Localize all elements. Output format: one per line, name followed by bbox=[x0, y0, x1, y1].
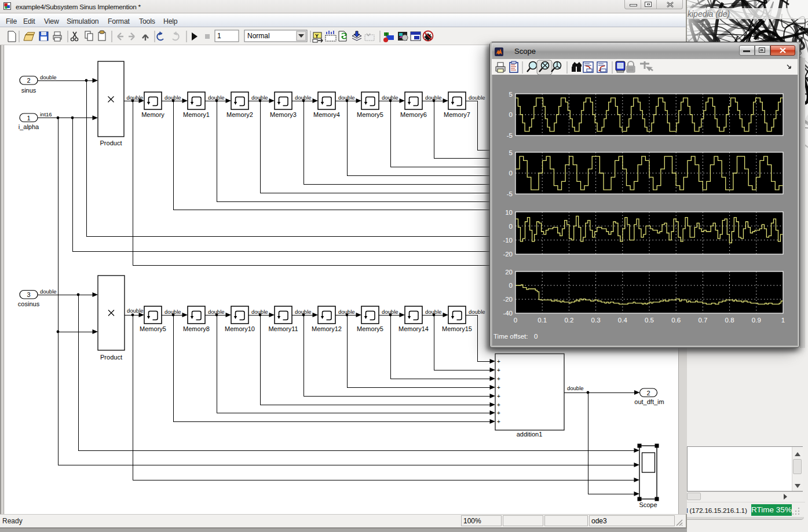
svg-text:double: double bbox=[382, 94, 398, 101]
svg-text:-5: -5 bbox=[507, 132, 513, 139]
svg-text:10: 10 bbox=[505, 209, 513, 216]
svg-text:Normal: Normal bbox=[247, 32, 270, 40]
svg-text:-20: -20 bbox=[503, 251, 513, 258]
svg-text:0: 0 bbox=[509, 111, 513, 118]
svg-text:double: double bbox=[40, 74, 57, 80]
svg-text:Memory14: Memory14 bbox=[398, 325, 429, 332]
svg-text:double: double bbox=[338, 94, 355, 101]
svg-text:Y: Y bbox=[315, 33, 319, 39]
svg-text:20: 20 bbox=[505, 269, 513, 276]
svg-text:double: double bbox=[295, 94, 312, 101]
svg-text:1: 1 bbox=[781, 317, 785, 324]
svg-text:0.6: 0.6 bbox=[671, 317, 681, 324]
svg-text:Memory10: Memory10 bbox=[225, 325, 255, 332]
svg-text:Product: Product bbox=[100, 354, 122, 361]
svg-text:Memory1: Memory1 bbox=[183, 111, 210, 118]
svg-text:double: double bbox=[164, 309, 181, 315]
svg-text:1: 1 bbox=[27, 115, 30, 122]
svg-text:+: + bbox=[497, 402, 500, 408]
svg-text:2: 2 bbox=[646, 390, 650, 397]
svg-text:0.4: 0.4 bbox=[618, 317, 628, 324]
svg-text:Memory15: Memory15 bbox=[442, 325, 472, 332]
svg-text:-10: -10 bbox=[503, 237, 513, 244]
svg-text:+: + bbox=[497, 419, 500, 425]
svg-text:Memory11: Memory11 bbox=[268, 325, 298, 332]
svg-text:addition1: addition1 bbox=[517, 431, 543, 438]
svg-text:Memory12: Memory12 bbox=[312, 325, 342, 332]
svg-text:out_dft_im: out_dft_im bbox=[634, 398, 664, 405]
svg-text:double: double bbox=[567, 385, 584, 391]
svg-text:0.8: 0.8 bbox=[725, 317, 734, 324]
svg-text:Memory2: Memory2 bbox=[226, 111, 253, 118]
svg-text:double: double bbox=[127, 94, 144, 101]
svg-text:double: double bbox=[469, 309, 485, 315]
svg-text:+: + bbox=[497, 358, 500, 365]
svg-text:0.5: 0.5 bbox=[645, 317, 654, 324]
svg-text:0: 0 bbox=[534, 333, 538, 340]
svg-text:double: double bbox=[208, 309, 225, 315]
svg-text:double: double bbox=[164, 94, 181, 101]
svg-text:i_alpha: i_alpha bbox=[19, 123, 39, 130]
svg-text:Scope: Scope bbox=[639, 501, 657, 508]
svg-text:Memory5: Memory5 bbox=[357, 111, 383, 118]
svg-text:0: 0 bbox=[509, 223, 513, 230]
svg-text:Memory4: Memory4 bbox=[313, 111, 340, 118]
svg-text:-40: -40 bbox=[503, 310, 513, 317]
svg-text:cosinus: cosinus bbox=[18, 300, 40, 307]
svg-text:double: double bbox=[382, 309, 398, 315]
svg-text:+: + bbox=[497, 376, 500, 382]
svg-text:0: 0 bbox=[514, 317, 517, 324]
svg-text:0.9: 0.9 bbox=[752, 317, 761, 324]
svg-text:2: 2 bbox=[27, 77, 30, 84]
svg-text:Memory6: Memory6 bbox=[400, 111, 427, 118]
svg-text:Time offset:: Time offset: bbox=[493, 333, 528, 340]
svg-text:0.1: 0.1 bbox=[538, 317, 547, 324]
svg-text:0.2: 0.2 bbox=[564, 317, 573, 324]
svg-text:double: double bbox=[251, 94, 268, 101]
svg-text:0: 0 bbox=[509, 282, 513, 289]
svg-text:Product: Product bbox=[100, 140, 122, 146]
svg-text:sinus: sinus bbox=[21, 87, 36, 94]
svg-text:Memory3: Memory3 bbox=[270, 111, 297, 118]
svg-text:5: 5 bbox=[509, 149, 513, 156]
svg-text:double: double bbox=[425, 309, 442, 315]
svg-text:-20: -20 bbox=[503, 296, 513, 303]
svg-text:0.7: 0.7 bbox=[698, 317, 707, 324]
svg-text:+: + bbox=[497, 393, 500, 399]
svg-text:double: double bbox=[425, 94, 442, 101]
svg-text:double: double bbox=[251, 309, 268, 315]
svg-text:1: 1 bbox=[217, 32, 221, 40]
svg-text:double: double bbox=[469, 94, 485, 101]
svg-text:+: + bbox=[497, 384, 500, 391]
svg-text:3: 3 bbox=[27, 291, 30, 298]
svg-text:int16: int16 bbox=[40, 111, 52, 118]
svg-text:double: double bbox=[338, 309, 355, 315]
svg-text:double: double bbox=[295, 309, 312, 315]
svg-text:+: + bbox=[497, 367, 500, 373]
svg-text:Memory8: Memory8 bbox=[183, 325, 210, 332]
svg-text:double: double bbox=[40, 288, 57, 295]
svg-text:Memory5: Memory5 bbox=[357, 325, 383, 332]
svg-text:double: double bbox=[208, 94, 225, 101]
svg-text:0: 0 bbox=[509, 170, 513, 177]
svg-text:5: 5 bbox=[509, 91, 513, 98]
svg-text:0.3: 0.3 bbox=[591, 317, 601, 324]
svg-text:+: + bbox=[497, 410, 500, 416]
svg-text:Memory7: Memory7 bbox=[444, 111, 470, 118]
svg-text:double: double bbox=[127, 307, 144, 314]
svg-text:Memory5: Memory5 bbox=[140, 325, 166, 332]
svg-text:Memory: Memory bbox=[141, 111, 164, 118]
svg-text:-5: -5 bbox=[507, 190, 513, 197]
